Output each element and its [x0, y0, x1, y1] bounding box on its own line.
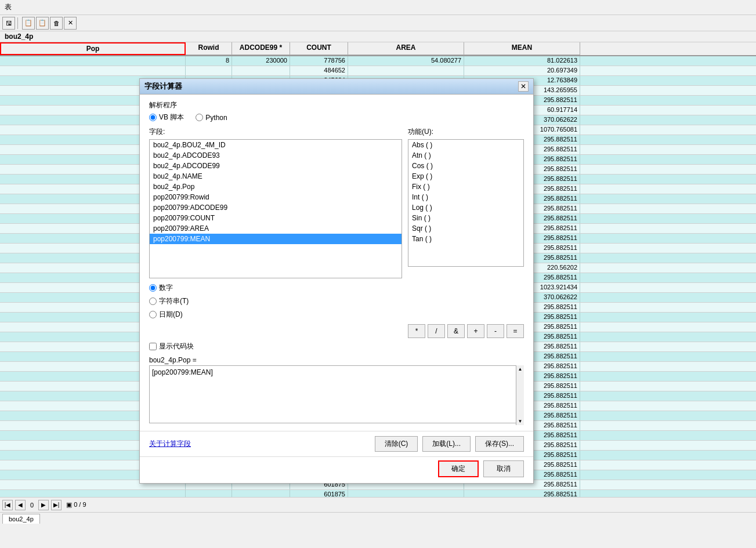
radio-python-label: Python — [205, 114, 227, 122]
cancel-btn[interactable]: 取消 — [483, 460, 524, 477]
clear-btn[interactable]: 清除(C) — [375, 436, 418, 452]
main-area: 字段: bou2_4p.BOU2_4M_IDbou2_4p.ADCODE93bo… — [149, 127, 524, 320]
expr-label: bou2_4p.Pop = — [149, 356, 524, 364]
dialog-footer: 关于计算字段 清除(C) 加载(L)... 保存(S)... — [140, 431, 533, 456]
show-codeblock-row: 显示代码块 — [149, 342, 524, 351]
func-list-item[interactable]: Atn ( ) — [408, 150, 523, 161]
type-number-input[interactable] — [149, 284, 157, 292]
func-list-item[interactable]: Log ( ) — [408, 202, 523, 213]
func-list-item[interactable]: Fix ( ) — [408, 182, 523, 192]
field-list-item[interactable]: bou2_4p.ADCODE99 — [150, 161, 401, 171]
dialog-close-btn[interactable]: ✕ — [518, 81, 529, 92]
field-list-item[interactable]: pop200799:MEAN — [150, 234, 401, 244]
radio-python-input[interactable] — [196, 114, 203, 121]
func-list-item[interactable]: Exp ( ) — [408, 171, 523, 182]
expr-wrapper: [pop200799:MEAN] ▲ ▼ — [149, 365, 524, 425]
radio-vb[interactable]: VB 脚本 — [149, 112, 184, 122]
func-list-item[interactable]: Tan ( ) — [408, 234, 523, 244]
op-multiply[interactable]: * — [408, 324, 425, 338]
func-list-item[interactable]: Sqr ( ) — [408, 223, 523, 234]
op-minus[interactable]: - — [487, 324, 504, 338]
fields-list[interactable]: bou2_4p.BOU2_4M_IDbou2_4p.ADCODE93bou2_4… — [149, 139, 402, 278]
fields-label: 字段: — [149, 127, 402, 137]
field-list-item[interactable]: bou2_4p.ADCODE93 — [150, 150, 401, 161]
op-plus[interactable]: + — [467, 324, 484, 338]
type-number-label: 数字 — [159, 283, 173, 293]
type-number[interactable]: 数字 — [149, 283, 402, 293]
expr-scrollbar: ▲ ▼ — [516, 365, 524, 425]
scroll-down-btn[interactable]: ▼ — [516, 395, 524, 426]
func-list-item[interactable]: Int ( ) — [408, 192, 523, 202]
field-list-item[interactable]: bou2_4p.BOU2_4M_ID — [150, 140, 401, 150]
func-list[interactable]: Abs ( )Atn ( )Cos ( )Exp ( )Fix ( )Int (… — [408, 139, 524, 267]
scroll-up-btn[interactable]: ▲ — [516, 365, 524, 395]
dialog-confirm-row: 确定 取消 — [140, 456, 533, 483]
func-list-item[interactable]: Abs ( ) — [408, 140, 523, 150]
dialog-title-bar: 字段计算器 ✕ — [140, 79, 533, 95]
dialog-body: 解析程序 VB 脚本 Python 字段: — [140, 95, 533, 431]
func-label: 功能(U): — [408, 127, 524, 137]
dialog-title-text: 字段计算器 — [144, 81, 182, 92]
parser-label: 解析程序 — [149, 100, 524, 110]
type-date[interactable]: 日期(D) — [149, 310, 402, 320]
expr-section: bou2_4p.Pop = [pop200799:MEAN] ▲ ▼ — [149, 356, 524, 425]
show-codeblock-checkbox[interactable] — [149, 343, 157, 350]
field-calculator-dialog: 字段计算器 ✕ 解析程序 VB 脚本 Python — [139, 78, 534, 484]
load-btn[interactable]: 加载(L)... — [422, 436, 471, 452]
expr-input[interactable]: [pop200799:MEAN] — [149, 365, 524, 423]
type-date-input[interactable] — [149, 311, 157, 318]
field-list-item[interactable]: pop200799:ADCODE99 — [150, 202, 401, 213]
left-panel: 字段: bou2_4p.BOU2_4M_IDbou2_4p.ADCODE93bo… — [149, 127, 402, 320]
operators-row: * / & + - = — [149, 324, 524, 338]
ok-btn[interactable]: 确定 — [438, 460, 479, 477]
field-list-item[interactable]: bou2_4p.NAME — [150, 171, 401, 182]
field-list-item[interactable]: pop200799:COUNT — [150, 213, 401, 223]
op-divide[interactable]: / — [428, 324, 445, 338]
type-string[interactable]: 字符串(T) — [149, 296, 402, 306]
radio-python[interactable]: Python — [196, 114, 227, 122]
parser-section: 解析程序 VB 脚本 Python — [149, 100, 524, 122]
func-list-item[interactable]: Sin ( ) — [408, 213, 523, 223]
field-list-item[interactable]: pop200799:AREA — [150, 223, 401, 234]
radio-vb-input[interactable] — [149, 114, 157, 121]
op-and[interactable]: & — [447, 324, 465, 338]
right-panel: 功能(U): Abs ( )Atn ( )Cos ( )Exp ( )Fix (… — [408, 127, 524, 320]
func-list-item[interactable]: Cos ( ) — [408, 161, 523, 171]
field-list-item[interactable]: bou2_4p.Pop — [150, 182, 401, 192]
type-string-label: 字符串(T) — [159, 296, 189, 306]
type-date-label: 日期(D) — [159, 310, 183, 320]
field-list-item[interactable]: pop200799:Rowid — [150, 192, 401, 202]
type-string-input[interactable] — [149, 297, 157, 305]
show-codeblock-label: 显示代码块 — [159, 342, 194, 351]
radio-vb-label: VB 脚本 — [159, 112, 184, 122]
op-equals[interactable]: = — [507, 324, 524, 338]
save-btn[interactable]: 保存(S)... — [475, 436, 524, 452]
about-calc-field-link[interactable]: 关于计算字段 — [149, 439, 191, 449]
type-radio-group: 数字 字符串(T) 日期(D) — [149, 283, 402, 320]
footer-buttons: 清除(C) 加载(L)... 保存(S)... — [375, 436, 524, 452]
type-section: 数字 字符串(T) 日期(D) — [149, 283, 402, 320]
dialog-overlay: 字段计算器 ✕ 解析程序 VB 脚本 Python — [0, 0, 756, 525]
parser-radio-group: VB 脚本 Python — [149, 112, 524, 122]
